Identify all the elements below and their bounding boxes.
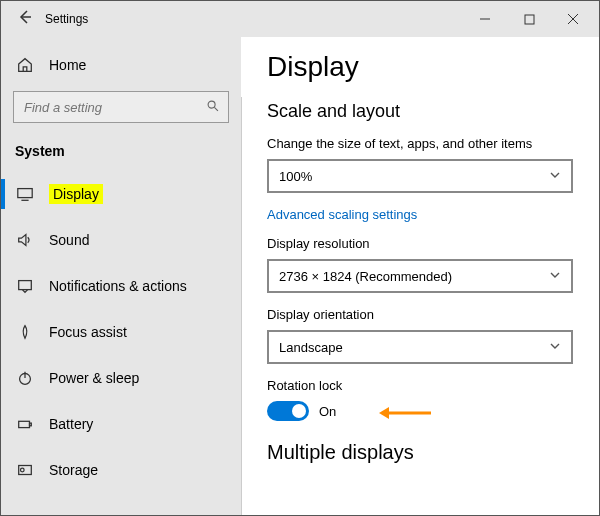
sidebar-item-label: Power & sleep — [49, 370, 139, 386]
titlebar: Settings — [1, 1, 599, 37]
power-icon — [15, 368, 35, 388]
chevron-down-icon — [549, 340, 561, 355]
advanced-scaling-link[interactable]: Advanced scaling settings — [267, 207, 417, 222]
focus-assist-icon — [15, 322, 35, 342]
sidebar: Home System Display Sound Notification — [1, 37, 241, 515]
search-icon — [206, 99, 220, 116]
search-input[interactable] — [22, 99, 206, 116]
sidebar-item-notifications[interactable]: Notifications & actions — [1, 263, 241, 309]
text-size-value: 100% — [279, 169, 312, 184]
sidebar-item-battery[interactable]: Battery — [1, 401, 241, 447]
rotation-lock-toggle[interactable] — [267, 401, 309, 421]
svg-point-14 — [21, 468, 25, 472]
back-button[interactable] — [9, 9, 41, 29]
minimize-button[interactable] — [463, 4, 507, 34]
sidebar-item-power-sleep[interactable]: Power & sleep — [1, 355, 241, 401]
sidebar-item-label: Sound — [49, 232, 89, 248]
sound-icon — [15, 230, 35, 250]
chevron-down-icon — [549, 269, 561, 284]
chevron-down-icon — [549, 169, 561, 184]
sidebar-item-label: Focus assist — [49, 324, 127, 340]
resolution-value: 2736 × 1824 (Recommended) — [279, 269, 452, 284]
storage-icon — [15, 460, 35, 480]
sidebar-item-display[interactable]: Display — [1, 171, 241, 217]
home-link[interactable]: Home — [1, 45, 241, 85]
battery-icon — [15, 414, 35, 434]
svg-line-5 — [214, 107, 218, 111]
notifications-icon — [15, 276, 35, 296]
rotation-lock-label: Rotation lock — [267, 378, 573, 393]
orientation-label: Display orientation — [267, 307, 573, 322]
resolution-combo[interactable]: 2736 × 1824 (Recommended) — [267, 259, 573, 293]
home-icon — [15, 55, 35, 75]
svg-point-4 — [208, 101, 215, 108]
maximize-button[interactable] — [507, 4, 551, 34]
svg-rect-1 — [525, 15, 534, 24]
content-pane: Display Scale and layout Change the size… — [241, 37, 599, 515]
text-size-combo[interactable]: 100% — [267, 159, 573, 193]
svg-rect-8 — [19, 281, 32, 290]
page-title: Display — [267, 51, 573, 83]
sidebar-item-storage[interactable]: Storage — [1, 447, 241, 493]
display-icon — [15, 184, 35, 204]
section-scale-layout: Scale and layout — [267, 101, 573, 122]
window-title: Settings — [45, 12, 88, 26]
sidebar-item-label: Battery — [49, 416, 93, 432]
orientation-value: Landscape — [279, 340, 343, 355]
section-title: System — [1, 137, 241, 171]
sidebar-item-sound[interactable]: Sound — [1, 217, 241, 263]
search-box[interactable] — [13, 91, 229, 123]
sidebar-item-label: Display — [49, 184, 103, 204]
sidebar-item-label: Storage — [49, 462, 98, 478]
svg-rect-11 — [19, 421, 30, 427]
section-multiple-displays: Multiple displays — [267, 441, 573, 464]
sidebar-item-focus-assist[interactable]: Focus assist — [1, 309, 241, 355]
close-button[interactable] — [551, 4, 595, 34]
text-size-label: Change the size of text, apps, and other… — [267, 136, 573, 151]
annotation-arrow-icon — [377, 403, 433, 429]
rotation-lock-state: On — [319, 404, 336, 419]
orientation-combo[interactable]: Landscape — [267, 330, 573, 364]
resolution-label: Display resolution — [267, 236, 573, 251]
sidebar-item-label: Notifications & actions — [49, 278, 187, 294]
home-label: Home — [49, 57, 86, 73]
svg-rect-6 — [18, 189, 32, 198]
svg-rect-12 — [30, 423, 32, 426]
